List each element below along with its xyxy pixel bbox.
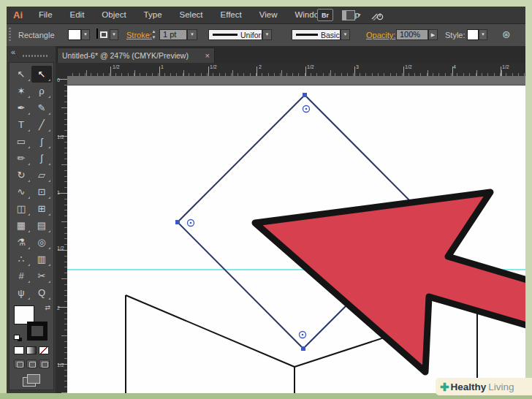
tools-panel: ↖↖✶ρ✒✎T╱▭ʃ✏∫↻▱∿⊡◫⊞▦▤⚗◎∴▥#✂ψQ ⇄ <box>9 62 54 390</box>
ruler-label: 1/2 <box>57 246 66 251</box>
eyedropper-tool[interactable]: ⚗ <box>11 234 31 251</box>
horizontal-ruler[interactable]: 1/211/221/231/241/2 <box>67 63 525 77</box>
opacity-arrow-button[interactable]: ▶ <box>428 29 438 40</box>
opacity-value[interactable]: 100% <box>396 29 428 40</box>
workspace-icon <box>342 10 355 20</box>
smooth-tool[interactable]: ∫ <box>31 150 52 167</box>
draw-inside-button[interactable] <box>39 360 50 368</box>
center-point-dot <box>305 108 308 110</box>
symbol-sprayer-tool[interactable]: ∴ <box>11 251 31 267</box>
width-tool[interactable]: ∿ <box>11 183 31 200</box>
screen-mode-icon-inner <box>27 374 40 384</box>
stroke-panel-link[interactable]: Stroke: <box>126 24 152 46</box>
menu-item-edit[interactable]: Edit <box>61 10 94 19</box>
menu-item-type[interactable]: Type <box>135 10 171 19</box>
default-fill-stroke-icon[interactable] <box>14 335 22 341</box>
menu-bar: Ai FileEditObjectTypeSelectEffectViewWin… <box>7 7 525 24</box>
shape-options-icon[interactable]: ⊛ <box>502 29 511 40</box>
vertical-ruler[interactable]: 01/211/221/2 <box>56 76 68 393</box>
tools-grid: ↖↖✶ρ✒✎T╱▭ʃ✏∫↻▱∿⊡◫⊞▦▤⚗◎∴▥#✂ψQ <box>11 66 52 301</box>
brand-name-light: Living <box>488 381 514 392</box>
line-segment-tool[interactable]: ╱ <box>31 116 52 133</box>
ruler-origin-corner[interactable] <box>56 63 68 77</box>
canvas[interactable] <box>67 76 525 393</box>
ruler-label: 1/2 <box>210 64 217 69</box>
brush-definition-select[interactable]: Basic <box>292 29 341 40</box>
lasso-tool[interactable]: ρ <box>31 83 52 99</box>
close-tab-icon[interactable]: × <box>205 51 210 60</box>
menu-item-select[interactable]: Select <box>171 10 212 19</box>
document-area: 1/211/221/231/241/2 01/211/221/2 <box>56 63 525 393</box>
collapse-panel-button[interactable]: « <box>11 48 15 56</box>
ruler-label: 2 <box>57 305 66 311</box>
artwork-line[interactable] <box>126 295 294 367</box>
magic-wand-tool[interactable]: ✶ <box>11 83 31 99</box>
swap-fill-stroke-icon[interactable]: ⇄ <box>45 304 50 311</box>
perspective-grid-tool[interactable]: ⊞ <box>31 200 52 217</box>
scale-tool[interactable]: ▱ <box>31 167 52 183</box>
curvature-pen-tool[interactable]: ✎ <box>31 99 52 116</box>
stroke-weight-dropdown[interactable]: ▼ <box>187 29 197 40</box>
direct-selection-tool[interactable]: ↖ <box>31 66 52 83</box>
pencil-tool[interactable]: ✏ <box>11 150 31 167</box>
cs-live-icon[interactable] <box>370 10 384 20</box>
illustrator-window: Ai FileEditObjectTypeSelectEffectViewWin… <box>7 7 525 393</box>
none-button[interactable] <box>39 346 49 354</box>
menu-item-view[interactable]: View <box>251 10 286 19</box>
artwork-layer[interactable] <box>67 76 525 393</box>
document-tab[interactable]: Untitled-6* @ 247% (CMYK/Preview) × <box>57 48 215 63</box>
stroke-color-swatch[interactable] <box>96 28 98 39</box>
selection-tool[interactable]: ↖ <box>11 66 31 83</box>
draw-behind-button[interactable] <box>26 360 37 368</box>
pen-tool[interactable]: ✒ <box>11 99 31 116</box>
shape-builder-tool[interactable]: ◫ <box>11 200 31 217</box>
workspace-switcher-button[interactable]: ▼ <box>342 10 362 20</box>
ruler-label: 1 <box>57 190 66 195</box>
slice-tool[interactable]: ✂ <box>31 267 52 284</box>
document-tab-bar: Untitled-6* @ 247% (CMYK/Preview) × <box>56 46 525 63</box>
stroke-dropdown-button[interactable]: ▼ <box>110 29 118 40</box>
variable-width-profile-select[interactable]: Uniform <box>208 29 262 40</box>
style-swatch[interactable] <box>467 29 479 40</box>
gradient-button[interactable] <box>26 346 37 354</box>
rectangle-tool[interactable]: ▭ <box>11 133 31 150</box>
panel-grip[interactable] <box>9 28 11 42</box>
column-graph-tool[interactable]: ▥ <box>31 251 52 267</box>
style-dropdown[interactable]: ▼ <box>479 29 487 40</box>
stroke-swatch-icon <box>100 31 107 38</box>
hand-tool[interactable]: ψ <box>11 284 31 301</box>
draw-normal-button[interactable] <box>14 360 25 368</box>
fill-dropdown-button[interactable]: ▼ <box>81 29 90 40</box>
stroke-weight-value[interactable]: 1 pt <box>159 29 187 40</box>
anchor-point[interactable] <box>175 220 180 224</box>
anchor-point[interactable] <box>303 93 307 97</box>
ruler-label: 1/2 <box>405 64 412 69</box>
rotate-tool[interactable]: ↻ <box>11 167 31 183</box>
anchor-point[interactable] <box>301 346 305 351</box>
menu-item-file[interactable]: File <box>30 10 61 19</box>
bridge-button[interactable]: Br <box>317 9 333 21</box>
paintbrush-tool[interactable]: ʃ <box>31 133 52 150</box>
menu-item-effect[interactable]: Effect <box>212 10 251 19</box>
free-transform-tool[interactable]: ⊡ <box>31 183 52 200</box>
screen-mode-button[interactable] <box>23 374 40 386</box>
fill-color-swatch[interactable] <box>68 29 81 40</box>
type-tool[interactable]: T <box>11 116 31 133</box>
menu-item-object[interactable]: Object <box>93 10 134 19</box>
opacity-panel-link[interactable]: Opacity: <box>366 24 395 46</box>
stroke-weight-stepper[interactable]: ▲▼ <box>151 28 157 41</box>
center-point-dot <box>302 334 304 336</box>
toolbar-grip[interactable] <box>23 55 48 57</box>
gradient-tool[interactable]: ▤ <box>31 217 52 234</box>
current-tool-label: Rectangle <box>18 24 55 46</box>
color-button[interactable] <box>14 346 24 354</box>
ruler-label: 1/2 <box>57 134 66 140</box>
zoom-tool[interactable]: Q <box>31 284 52 301</box>
artboard-tool[interactable]: # <box>11 267 31 284</box>
brush-dropdown[interactable]: ▼ <box>341 29 350 40</box>
blend-tool[interactable]: ◎ <box>31 234 52 251</box>
mesh-tool[interactable]: ▦ <box>11 217 31 234</box>
tool-dock: « ↖↖✶ρ✒✎T╱▭ʃ✏∫↻▱∿⊡◫⊞▦▤⚗◎∴▥#✂ψQ ⇄ <box>7 46 56 393</box>
profile-dropdown[interactable]: ▼ <box>262 29 272 40</box>
stroke-swatch[interactable] <box>27 322 48 341</box>
